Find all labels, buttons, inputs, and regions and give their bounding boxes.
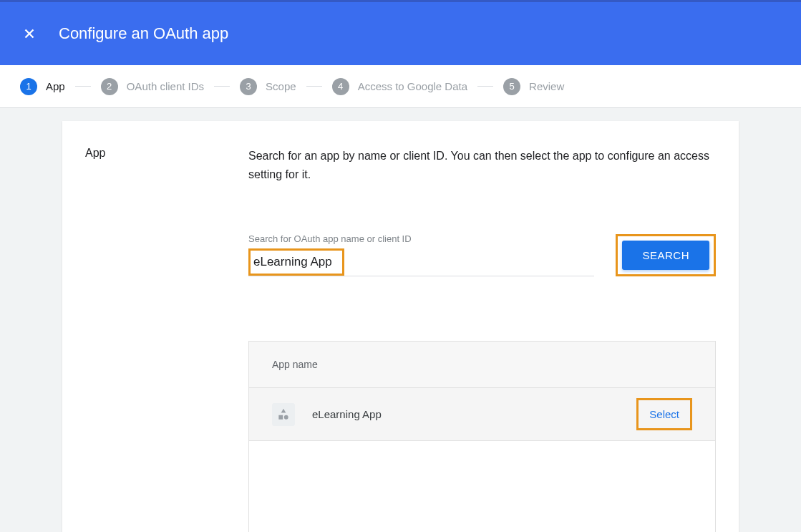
step-connector (477, 86, 493, 87)
step-label: Review (529, 80, 564, 92)
step-label: OAuth client IDs (127, 80, 204, 92)
result-app-name: eLearning App (312, 408, 636, 420)
shapes-icon (276, 407, 291, 422)
step-number: 1 (20, 78, 37, 95)
close-icon (21, 26, 37, 42)
content-area: App Search for an app by name or client … (0, 108, 801, 532)
step-label: Access to Google Data (358, 80, 467, 92)
step-connector (214, 86, 230, 87)
search-input[interactable] (253, 252, 339, 272)
search-row: Search for OAuth app name or client ID S… (248, 233, 716, 276)
section-title: App (85, 147, 248, 160)
results-table: App name eLearning App Select (248, 341, 716, 532)
main-card: App Search for an app by name or client … (62, 121, 739, 532)
input-underline (248, 276, 594, 276)
step-access-to-google-data[interactable]: 4 Access to Google Data (332, 78, 467, 95)
stepper: 1 App 2 OAuth client IDs 3 Scope 4 Acces… (0, 65, 801, 108)
select-button-highlight: Select (636, 398, 692, 430)
step-review[interactable]: 5 Review (503, 78, 564, 95)
step-oauth-client-ids[interactable]: 2 OAuth client IDs (101, 78, 204, 95)
step-label: App (46, 80, 65, 92)
step-number: 5 (503, 78, 520, 95)
search-button[interactable]: SEARCH (622, 241, 709, 270)
step-number: 4 (332, 78, 349, 95)
dialog-title: Configure an OAuth app (59, 24, 228, 43)
search-input-highlight (248, 248, 344, 276)
select-button[interactable]: Select (641, 402, 688, 426)
step-connector (75, 86, 91, 87)
app-icon (272, 403, 295, 426)
step-number: 3 (240, 78, 257, 95)
search-field: Search for OAuth app name or client ID (248, 233, 594, 276)
result-row: eLearning App Select (249, 388, 715, 441)
section-description: Search for an app by name or client ID. … (248, 147, 716, 183)
step-label: Scope (266, 80, 296, 92)
search-button-highlight: SEARCH (616, 234, 716, 276)
results-empty-area (249, 441, 715, 532)
search-input-label: Search for OAuth app name or client ID (248, 233, 594, 244)
step-app[interactable]: 1 App (20, 78, 65, 95)
dialog-header: Configure an OAuth app (0, 0, 801, 65)
close-button[interactable] (21, 26, 37, 42)
step-number: 2 (101, 78, 118, 95)
step-connector (306, 86, 322, 87)
results-header: App name (249, 342, 715, 388)
step-scope[interactable]: 3 Scope (240, 78, 296, 95)
